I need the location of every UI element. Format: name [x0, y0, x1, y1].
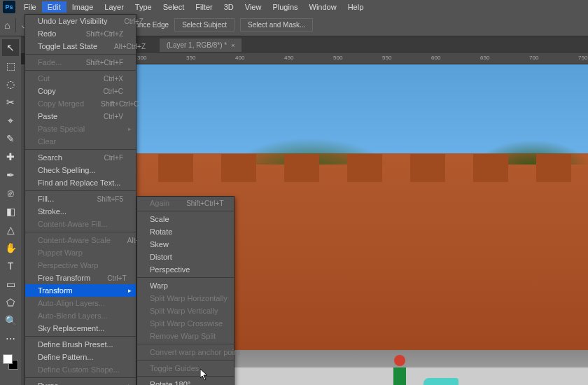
menuitem-transform[interactable]: Transform: [25, 284, 136, 297]
menu-edit[interactable]: Edit: [42, 1, 66, 13]
tool-7[interactable]: ✒: [2, 167, 19, 183]
menuitem-rotate-180[interactable]: Rotate 180°: [137, 378, 234, 385]
menuitem-content-aware-scale: Content-Aware ScaleAlt+Shift+Ctrl+C: [25, 234, 136, 246]
menuitem-distort[interactable]: Distort: [137, 251, 234, 263]
home-icon[interactable]: ⌂: [4, 20, 10, 31]
tools-panel: ↖⬚◌✂⌖✎✚✒⎚◧△✋T▭⬠🔍⋯: [0, 36, 21, 385]
menu-type[interactable]: Type: [130, 1, 158, 13]
tool-2[interactable]: ◌: [2, 76, 19, 92]
menu-filter[interactable]: Filter: [190, 1, 218, 13]
tool-11[interactable]: ✋: [2, 239, 19, 256]
menuitem-split-warp-vertically: Split Warp Vertically: [137, 304, 234, 317]
tool-9[interactable]: ◧: [2, 203, 19, 220]
menuitem-auto-blend-layers: Auto-Blend Layers...: [25, 309, 136, 322]
menuitem-fill[interactable]: Fill...Shift+F5: [25, 192, 136, 205]
menuitem-define-custom-shape: Define Custom Shape...: [25, 363, 136, 376]
menuitem-scale[interactable]: Scale: [137, 213, 234, 225]
tool-4[interactable]: ⌖: [2, 112, 19, 129]
menuitem-sky-replacement[interactable]: Sky Replacement...: [25, 322, 136, 335]
menuitem-define-pattern[interactable]: Define Pattern...: [25, 351, 136, 363]
menuitem-define-brush-preset[interactable]: Define Brush Preset...: [25, 338, 136, 351]
menu-image[interactable]: Image: [66, 1, 99, 13]
transform-submenu: AgainShift+Ctrl+TScaleRotateSkewDistortP…: [136, 196, 234, 385]
menuitem-content-aware-fill: Content-Aware Fill...: [25, 218, 136, 230]
menuitem-toggle-guides: Toggle Guides: [137, 362, 234, 374]
menuitem-free-transform[interactable]: Free TransformCtrl+T: [25, 272, 136, 284]
menuitem-check-spelling[interactable]: Check Spelling...: [25, 164, 136, 176]
tool-15[interactable]: 🔍: [2, 312, 19, 329]
menuitem-skew[interactable]: Skew: [137, 238, 234, 251]
select-and-mask-button[interactable]: Select and Mask...: [240, 18, 313, 31]
select-subject-button[interactable]: Select Subject: [174, 18, 234, 31]
menu-file[interactable]: File: [18, 1, 42, 13]
menuitem-fade: Fade...Shift+Ctrl+F: [25, 56, 136, 69]
menuitem-puppet-warp: Puppet Warp: [25, 246, 136, 259]
menuitem-find-and-replace-text[interactable]: Find and Replace Text...: [25, 176, 136, 189]
menuitem-purge[interactable]: Purge: [25, 379, 136, 385]
menuitem-warp[interactable]: Warp: [137, 279, 234, 292]
tool-10[interactable]: △: [2, 221, 19, 238]
color-swatches[interactable]: [3, 354, 18, 370]
menuitem-undo-layer-visibility[interactable]: Undo Layer VisibilityCtrl+Z: [25, 15, 136, 27]
tool-13[interactable]: ▭: [2, 276, 19, 293]
menuitem-perspective[interactable]: Perspective: [137, 263, 234, 276]
menu-help[interactable]: Help: [342, 1, 370, 13]
menu-3d[interactable]: 3D: [218, 1, 239, 13]
document-tab[interactable]: (Layer 1, RGB/8*) *×: [160, 38, 241, 52]
tool-8[interactable]: ⎚: [2, 185, 19, 202]
menu-view[interactable]: View: [239, 1, 267, 13]
menuitem-stroke[interactable]: Stroke...: [25, 205, 136, 218]
menubar: Ps FileEditImageLayerTypeSelectFilter3DV…: [0, 0, 588, 14]
menuitem-search[interactable]: SearchCtrl+F: [25, 151, 136, 164]
menuitem-toggle-last-state[interactable]: Toggle Last StateAlt+Ctrl+Z: [25, 40, 136, 52]
tool-5[interactable]: ✎: [2, 130, 19, 147]
tool-0[interactable]: ↖: [2, 39, 19, 56]
tool-16[interactable]: ⋯: [2, 330, 19, 347]
menuitem-cut: CutCtrl+X: [25, 72, 136, 85]
menuitem-clear: Clear: [25, 135, 136, 148]
menuitem-again: AgainShift+Ctrl+T: [137, 197, 234, 209]
menu-window[interactable]: Window: [304, 1, 342, 13]
tool-12[interactable]: T: [2, 258, 19, 274]
tool-3[interactable]: ✂: [2, 94, 19, 111]
menu-layer[interactable]: Layer: [99, 1, 130, 13]
tool-1[interactable]: ⬚: [2, 57, 19, 74]
menuitem-split-warp-crosswise: Split Warp Crosswise: [137, 317, 234, 330]
menuitem-remove-warp-split: Remove Warp Split: [137, 330, 234, 342]
menuitem-auto-align-layers: Auto-Align Layers...: [25, 297, 136, 309]
menuitem-perspective-warp: Perspective Warp: [25, 259, 136, 272]
menuitem-paste[interactable]: PasteCtrl+V: [25, 110, 136, 122]
menu-plugins[interactable]: Plugins: [267, 1, 303, 13]
edit-menu: Undo Layer VisibilityCtrl+ZRedoShift+Ctr…: [24, 14, 136, 385]
menuitem-copy[interactable]: CopyCtrl+C: [25, 85, 136, 97]
menuitem-copy-merged: Copy MergedShift+Ctrl+C: [25, 97, 136, 110]
menu-select[interactable]: Select: [158, 1, 190, 13]
tool-6[interactable]: ✚: [2, 148, 19, 165]
menuitem-rotate[interactable]: Rotate: [137, 225, 234, 238]
tool-14[interactable]: ⬠: [2, 294, 19, 311]
close-icon[interactable]: ×: [231, 42, 234, 49]
menuitem-convert-warp-anchor-point: Convert warp anchor point: [137, 346, 234, 358]
app-logo-icon: Ps: [3, 1, 15, 13]
menuitem-split-warp-horizontally: Split Warp Horizontally: [137, 292, 234, 304]
menuitem-redo[interactable]: RedoShift+Ctrl+Z: [25, 27, 136, 40]
menuitem-paste-special: Paste Special: [25, 122, 136, 135]
